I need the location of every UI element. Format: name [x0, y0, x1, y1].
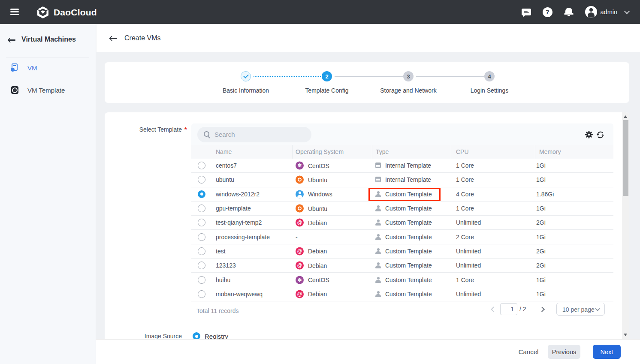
- row-radio[interactable]: [198, 276, 205, 284]
- row-cpu: Unlimited: [456, 219, 481, 226]
- search-icon: [204, 131, 211, 138]
- sidebar-item-vm-label: VM: [27, 64, 37, 72]
- custom-template-icon: [375, 205, 381, 211]
- search-input[interactable]: Search: [197, 127, 311, 142]
- row-memory: 1Gi: [536, 234, 546, 241]
- row-type: Internal Template: [385, 162, 431, 169]
- row-radio[interactable]: [198, 190, 205, 198]
- previous-button[interactable]: Previous: [548, 345, 580, 359]
- table-row[interactable]: processing-template - Custom Template 2 …: [191, 230, 613, 244]
- row-os: Ubuntu: [308, 176, 327, 183]
- table-row[interactable]: 123123 Debian Custom Template Unlimited …: [191, 259, 613, 273]
- column-header-cpu: CPU: [456, 148, 469, 155]
- page-size-select[interactable]: 10 per page: [556, 303, 605, 316]
- row-cpu: 4 Core: [456, 191, 474, 198]
- page-header: Create VMs: [97, 24, 640, 52]
- next-button[interactable]: Next: [593, 345, 621, 359]
- row-radio[interactable]: [198, 247, 205, 255]
- sidebar-item-vm-template[interactable]: VM Template: [0, 82, 96, 99]
- pagination-next-icon[interactable]: [539, 307, 545, 312]
- username[interactable]: admin: [601, 9, 618, 15]
- table-settings-gear-icon[interactable]: [585, 131, 593, 138]
- row-name: test-qianyi-temp2: [216, 219, 262, 226]
- table-row[interactable]: huihu CentOS Custom Template 1 Core 1Gi: [191, 273, 613, 287]
- table-row[interactable]: test-qianyi-temp2 Debian Custom Template…: [191, 216, 613, 230]
- step-3-label: Storage and Network: [361, 87, 456, 94]
- row-type: Custom Template: [385, 262, 432, 269]
- help-icon[interactable]: ?: [543, 7, 552, 17]
- custom-template-icon: [375, 234, 381, 240]
- custom-template-icon: [375, 277, 381, 283]
- debian-os-icon: [296, 219, 304, 227]
- row-cpu: 1 Core: [456, 176, 474, 183]
- centos-os-icon: [296, 162, 304, 170]
- row-radio[interactable]: [198, 205, 205, 212]
- row-radio[interactable]: [198, 233, 205, 241]
- row-name: windows-2012r2: [216, 191, 260, 198]
- row-name: test: [216, 248, 226, 255]
- table-row[interactable]: moban-weqwewq Debian Custom Template Unl…: [191, 287, 613, 301]
- row-radio[interactable]: [198, 219, 205, 226]
- row-radio[interactable]: [198, 176, 205, 184]
- row-memory: 1Gi: [536, 176, 546, 183]
- row-cpu: Unlimited: [456, 262, 481, 269]
- messages-icon[interactable]: [522, 9, 531, 15]
- scrollbar-down-icon[interactable]: [624, 334, 627, 336]
- brand[interactable]: DaoCloud: [36, 6, 97, 19]
- cancel-button[interactable]: Cancel: [509, 345, 548, 359]
- ubuntu-os-icon: [296, 205, 304, 213]
- step-4-circle: 4: [484, 71, 495, 81]
- pagination-page-input[interactable]: 1: [500, 303, 517, 315]
- row-cpu: 1 Core: [456, 205, 474, 212]
- ubuntu-os-icon: [296, 176, 304, 184]
- column-header-memory: Memory: [539, 148, 561, 155]
- row-name: huihu: [216, 277, 230, 283]
- scrollbar-thumb[interactable]: [623, 120, 628, 196]
- row-os: CentOS: [308, 162, 329, 169]
- row-radio[interactable]: [198, 290, 205, 298]
- vertical-scrollbar[interactable]: [622, 112, 629, 339]
- scrollbar-up-icon[interactable]: [624, 115, 627, 118]
- sidebar-item-vm[interactable]: VM: [0, 60, 96, 77]
- debian-os-icon: [296, 247, 304, 255]
- table-header-row: Name Operating System Type CPU Memory: [191, 145, 613, 159]
- row-memory: 1.86Gi: [536, 191, 554, 198]
- row-os: CentOS: [308, 277, 329, 283]
- sidebar-item-vm-template-label: VM Template: [27, 87, 65, 94]
- row-os: Windows: [308, 191, 332, 198]
- notifications-bell-icon[interactable]: [564, 7, 574, 17]
- sidebar-divider: [6, 57, 89, 57]
- row-os: Debian: [308, 291, 327, 298]
- user-menu-chevron-icon[interactable]: [624, 9, 630, 14]
- template-table-body: centos7 CentOS Internal Template 1 Core …: [191, 159, 613, 301]
- template-table: Search: [191, 123, 613, 327]
- page-back-icon[interactable]: [110, 38, 117, 39]
- table-row[interactable]: windows-2012r2 Windows Custom Template 4…: [191, 187, 613, 202]
- pagination-prev-icon[interactable]: [491, 307, 496, 312]
- app-root: DaoCloud ? admin Virtual Machines VM VM …: [0, 0, 640, 364]
- image-source-label: Image Source: [105, 333, 182, 340]
- sidebar-back-icon[interactable]: [8, 39, 15, 41]
- row-name: centos7: [216, 162, 237, 169]
- user-avatar-icon[interactable]: [585, 6, 597, 18]
- vm-template-icon: [11, 86, 18, 94]
- table-refresh-icon[interactable]: [596, 131, 604, 139]
- sidebar: Virtual Machines VM VM Template: [0, 24, 96, 364]
- table-row[interactable]: test Debian Custom Template Unlimited 2G…: [191, 244, 613, 259]
- row-os: -: [296, 234, 298, 241]
- table-row[interactable]: centos7 CentOS Internal Template 1 Core …: [191, 159, 613, 173]
- search-placeholder: Search: [214, 131, 235, 138]
- row-name: processing-template: [216, 234, 270, 241]
- row-type: Custom Template: [385, 291, 432, 298]
- row-radio[interactable]: [198, 262, 205, 269]
- row-type: Internal Template: [385, 176, 431, 183]
- row-radio[interactable]: [198, 162, 205, 169]
- custom-template-icon: [375, 291, 381, 297]
- table-row[interactable]: ubuntu Ubuntu Internal Template 1 Core 1…: [191, 173, 613, 187]
- table-row[interactable]: gpu-template Ubuntu Custom Template 1 Co…: [191, 202, 613, 216]
- row-os: Ubuntu: [308, 205, 327, 212]
- menu-toggle-icon[interactable]: [10, 9, 19, 15]
- row-memory: 2Gi: [536, 248, 546, 255]
- row-cpu: 1 Core: [456, 162, 474, 169]
- pagination-total-pages: / 2: [519, 306, 526, 313]
